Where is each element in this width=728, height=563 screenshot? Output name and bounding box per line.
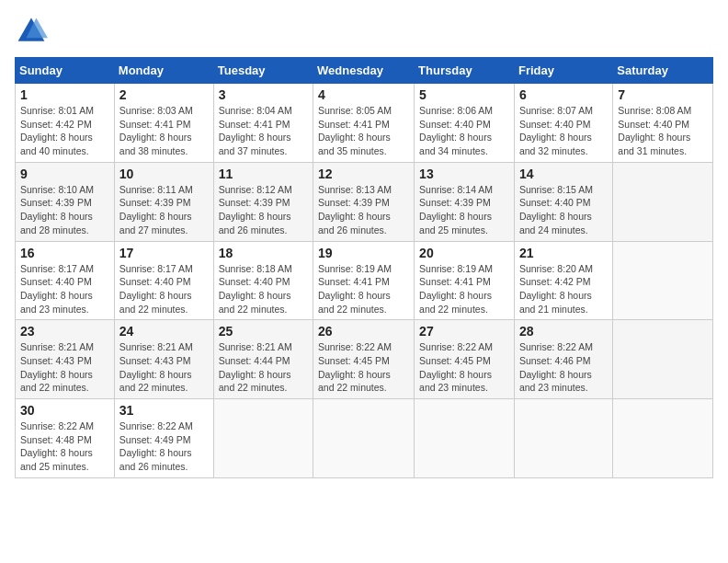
day-info: Sunrise: 8:13 AMSunset: 4:39 PMDaylight:… xyxy=(318,184,392,236)
logo-icon xyxy=(15,15,48,48)
day-number: 24 xyxy=(119,324,209,339)
day-number: 3 xyxy=(219,87,308,102)
day-info: Sunrise: 8:21 AMSunset: 4:43 PMDaylight:… xyxy=(20,341,94,393)
day-info: Sunrise: 8:22 AMSunset: 4:45 PMDaylight:… xyxy=(419,341,493,393)
day-number: 9 xyxy=(20,167,109,181)
day-number: 19 xyxy=(318,246,409,260)
calendar-day-cell: 23 Sunrise: 8:21 AMSunset: 4:43 PMDaylig… xyxy=(16,320,115,399)
calendar-day-cell: 19 Sunrise: 8:19 AMSunset: 4:41 PMDaylig… xyxy=(313,241,415,320)
day-number: 31 xyxy=(119,403,209,418)
calendar-day-cell: 9 Sunrise: 8:10 AMSunset: 4:39 PMDayligh… xyxy=(16,162,115,241)
day-number: 13 xyxy=(419,167,509,181)
day-info: Sunrise: 8:04 AMSunset: 4:41 PMDaylight:… xyxy=(219,105,292,156)
day-info: Sunrise: 8:08 AMSunset: 4:40 PMDaylight:… xyxy=(618,105,691,156)
day-info: Sunrise: 8:22 AMSunset: 4:46 PMDaylight:… xyxy=(519,341,593,393)
calendar-header-row: SundayMondayTuesdayWednesdayThursdayFrid… xyxy=(16,58,713,84)
day-info: Sunrise: 8:01 AMSunset: 4:42 PMDaylight:… xyxy=(20,105,94,156)
empty-cell xyxy=(613,320,713,399)
day-info: Sunrise: 8:21 AMSunset: 4:44 PMDaylight:… xyxy=(219,341,292,393)
day-info: Sunrise: 8:03 AMSunset: 4:41 PMDaylight:… xyxy=(119,105,193,156)
calendar-day-cell: 20 Sunrise: 8:19 AMSunset: 4:41 PMDaylig… xyxy=(415,241,515,320)
calendar-week-row: 30 Sunrise: 8:22 AMSunset: 4:48 PMDaylig… xyxy=(16,399,713,478)
day-number: 28 xyxy=(519,324,608,339)
empty-cell xyxy=(213,399,313,478)
page-header xyxy=(15,15,713,48)
calendar-day-cell: 30 Sunrise: 8:22 AMSunset: 4:48 PMDaylig… xyxy=(16,399,115,478)
calendar-day-cell: 28 Sunrise: 8:22 AMSunset: 4:46 PMDaylig… xyxy=(514,320,612,399)
day-number: 1 xyxy=(20,87,109,102)
calendar-day-cell: 14 Sunrise: 8:15 AMSunset: 4:40 PMDaylig… xyxy=(514,162,612,241)
col-header-sunday: Sunday xyxy=(16,58,115,84)
day-info: Sunrise: 8:20 AMSunset: 4:42 PMDaylight:… xyxy=(519,263,593,315)
calendar-day-cell: 5 Sunrise: 8:06 AMSunset: 4:40 PMDayligh… xyxy=(415,84,515,163)
calendar-day-cell: 26 Sunrise: 8:22 AMSunset: 4:45 PMDaylig… xyxy=(313,320,415,399)
day-number: 12 xyxy=(318,167,409,181)
day-info: Sunrise: 8:19 AMSunset: 4:41 PMDaylight:… xyxy=(318,263,392,315)
day-number: 21 xyxy=(519,246,608,260)
empty-cell xyxy=(613,399,713,478)
col-header-monday: Monday xyxy=(114,58,213,84)
day-info: Sunrise: 8:14 AMSunset: 4:39 PMDaylight:… xyxy=(419,184,493,236)
calendar-table: SundayMondayTuesdayWednesdayThursdayFrid… xyxy=(15,57,713,478)
col-header-friday: Friday xyxy=(514,58,612,84)
day-info: Sunrise: 8:18 AMSunset: 4:40 PMDaylight:… xyxy=(219,263,292,315)
day-number: 5 xyxy=(419,87,509,102)
day-number: 2 xyxy=(119,87,209,102)
calendar-week-row: 16 Sunrise: 8:17 AMSunset: 4:40 PMDaylig… xyxy=(16,241,713,320)
col-header-thursday: Thursday xyxy=(415,58,515,84)
logo xyxy=(15,15,51,48)
day-number: 7 xyxy=(618,87,708,102)
calendar-day-cell: 24 Sunrise: 8:21 AMSunset: 4:43 PMDaylig… xyxy=(114,320,213,399)
col-header-saturday: Saturday xyxy=(613,58,713,84)
day-number: 30 xyxy=(20,403,109,418)
day-number: 4 xyxy=(318,87,409,102)
calendar-day-cell: 6 Sunrise: 8:07 AMSunset: 4:40 PMDayligh… xyxy=(514,84,612,163)
day-info: Sunrise: 8:19 AMSunset: 4:41 PMDaylight:… xyxy=(419,263,493,315)
calendar-week-row: 1 Sunrise: 8:01 AMSunset: 4:42 PMDayligh… xyxy=(16,84,713,163)
day-number: 11 xyxy=(219,167,308,181)
day-number: 14 xyxy=(519,167,608,181)
day-number: 6 xyxy=(519,87,608,102)
day-number: 27 xyxy=(419,324,509,339)
day-number: 20 xyxy=(419,246,509,260)
calendar-day-cell: 3 Sunrise: 8:04 AMSunset: 4:41 PMDayligh… xyxy=(213,84,313,163)
day-info: Sunrise: 8:06 AMSunset: 4:40 PMDaylight:… xyxy=(419,105,493,156)
calendar-day-cell: 13 Sunrise: 8:14 AMSunset: 4:39 PMDaylig… xyxy=(415,162,515,241)
day-info: Sunrise: 8:07 AMSunset: 4:40 PMDaylight:… xyxy=(519,105,593,156)
calendar-day-cell: 4 Sunrise: 8:05 AMSunset: 4:41 PMDayligh… xyxy=(313,84,415,163)
day-info: Sunrise: 8:22 AMSunset: 4:49 PMDaylight:… xyxy=(119,420,193,472)
day-number: 17 xyxy=(119,246,209,260)
calendar-day-cell: 18 Sunrise: 8:18 AMSunset: 4:40 PMDaylig… xyxy=(213,241,313,320)
calendar-day-cell: 10 Sunrise: 8:11 AMSunset: 4:39 PMDaylig… xyxy=(114,162,213,241)
calendar-day-cell: 27 Sunrise: 8:22 AMSunset: 4:45 PMDaylig… xyxy=(415,320,515,399)
day-info: Sunrise: 8:22 AMSunset: 4:48 PMDaylight:… xyxy=(20,420,94,472)
calendar-day-cell: 17 Sunrise: 8:17 AMSunset: 4:40 PMDaylig… xyxy=(114,241,213,320)
day-info: Sunrise: 8:10 AMSunset: 4:39 PMDaylight:… xyxy=(20,184,94,236)
empty-cell xyxy=(415,399,515,478)
col-header-tuesday: Tuesday xyxy=(213,58,313,84)
calendar-day-cell: 11 Sunrise: 8:12 AMSunset: 4:39 PMDaylig… xyxy=(213,162,313,241)
day-info: Sunrise: 8:21 AMSunset: 4:43 PMDaylight:… xyxy=(119,341,193,393)
calendar-week-row: 9 Sunrise: 8:10 AMSunset: 4:39 PMDayligh… xyxy=(16,162,713,241)
day-info: Sunrise: 8:15 AMSunset: 4:40 PMDaylight:… xyxy=(519,184,593,236)
calendar-week-row: 23 Sunrise: 8:21 AMSunset: 4:43 PMDaylig… xyxy=(16,320,713,399)
day-number: 18 xyxy=(219,246,308,260)
day-info: Sunrise: 8:05 AMSunset: 4:41 PMDaylight:… xyxy=(318,105,392,156)
calendar-day-cell: 21 Sunrise: 8:20 AMSunset: 4:42 PMDaylig… xyxy=(514,241,612,320)
day-info: Sunrise: 8:22 AMSunset: 4:45 PMDaylight:… xyxy=(318,341,392,393)
empty-cell xyxy=(613,241,713,320)
calendar-day-cell: 16 Sunrise: 8:17 AMSunset: 4:40 PMDaylig… xyxy=(16,241,115,320)
calendar-day-cell: 31 Sunrise: 8:22 AMSunset: 4:49 PMDaylig… xyxy=(114,399,213,478)
calendar-day-cell: 1 Sunrise: 8:01 AMSunset: 4:42 PMDayligh… xyxy=(16,84,115,163)
calendar-day-cell: 7 Sunrise: 8:08 AMSunset: 4:40 PMDayligh… xyxy=(613,84,713,163)
day-info: Sunrise: 8:12 AMSunset: 4:39 PMDaylight:… xyxy=(219,184,292,236)
calendar-day-cell: 12 Sunrise: 8:13 AMSunset: 4:39 PMDaylig… xyxy=(313,162,415,241)
empty-cell xyxy=(514,399,612,478)
day-info: Sunrise: 8:17 AMSunset: 4:40 PMDaylight:… xyxy=(20,263,94,315)
day-number: 10 xyxy=(119,167,209,181)
calendar-day-cell: 25 Sunrise: 8:21 AMSunset: 4:44 PMDaylig… xyxy=(213,320,313,399)
day-number: 25 xyxy=(219,324,308,339)
calendar-day-cell: 2 Sunrise: 8:03 AMSunset: 4:41 PMDayligh… xyxy=(114,84,213,163)
empty-cell xyxy=(613,162,713,241)
day-number: 23 xyxy=(20,324,109,339)
